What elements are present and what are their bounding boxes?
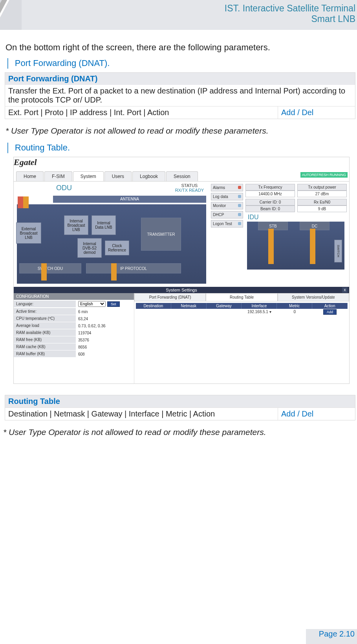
subtab-routing-table[interactable]: Routing Table	[206, 293, 277, 301]
chip-transmitter[interactable]: TRANSMITTER	[141, 218, 181, 251]
chip-clock-ref[interactable]: Clock Reference	[105, 240, 129, 255]
rt-interface-select[interactable]: 192.168.5.1 ▾	[242, 309, 277, 315]
tx-freq-label: Tx Frequency	[245, 184, 295, 191]
rt-action: Add / Del	[278, 408, 355, 420]
conf-value: 0.73, 0.62, 0.36	[76, 323, 134, 329]
section-port-forwarding: │Port Forwarding (DNAT).	[5, 58, 355, 68]
system-settings-bar: System Settings x	[14, 287, 349, 293]
conf-label: RAM cache (KB)	[14, 343, 76, 350]
rt-col-netmask: Netmask	[171, 303, 207, 309]
conf-value: 63,24	[76, 316, 134, 322]
conf-value: 608	[76, 351, 134, 358]
chip-ip-protocol[interactable]: IP PROTOCOL	[86, 263, 181, 273]
pf-action: Add / Del	[278, 106, 355, 119]
rx-esn0-value: 9 dB	[297, 205, 347, 212]
tab-system[interactable]: System	[73, 171, 104, 181]
connector-icon	[41, 263, 47, 281]
carrier-id: Carrier ID: 0	[245, 199, 295, 205]
pf-box-title: Port Forwarding (DNAT)	[5, 73, 355, 85]
language-select[interactable]: English	[78, 301, 106, 307]
operator-note-1: * User Type Operator is not allowed to r…	[5, 126, 355, 136]
side-button-alarms[interactable]: Alarms	[211, 184, 243, 191]
pf-box-desc: Transfer the Ext. Port of a packet to a …	[5, 85, 355, 106]
intro-paragraph: On the bottom right of the screen, there…	[5, 42, 352, 53]
rt-col-gateway: Gateway	[207, 303, 242, 309]
conf-label: Languaje:	[14, 301, 76, 308]
tx-freq-value: 14400.0 MHz	[245, 191, 295, 197]
chip-switch-odu[interactable]: SWITCH ODU	[19, 263, 81, 273]
conf-value: 8656	[76, 344, 134, 350]
subtab-system-versions-update[interactable]: System Versions/Update	[278, 293, 349, 301]
tab-home[interactable]: Home	[16, 171, 44, 181]
conf-row: RAM available (KB)119704	[14, 329, 134, 336]
link-dot-icon	[238, 213, 241, 216]
chip-internal-data-lnb[interactable]: Internal Data LNB	[92, 215, 116, 235]
set-button[interactable]: Set	[107, 301, 120, 307]
idu-connector-icon	[268, 229, 274, 264]
chip-internal-broadcast-lnb[interactable]: Internal Broadcast LNB	[64, 215, 88, 235]
alarm-dot-icon	[238, 186, 241, 189]
port-forwarding-box: Port Forwarding (DNAT) Transfer the Ext.…	[5, 72, 355, 119]
configuration-column: CONFIGURATION Languaje:EnglishSetActive …	[14, 293, 134, 383]
rx-rf-bar-icon	[18, 196, 23, 208]
rf-bar-icon	[23, 196, 29, 208]
conf-label: RAM available (KB)	[14, 329, 76, 336]
conf-value: 6 min	[76, 308, 134, 315]
side-button-dhcp[interactable]: DHCP	[211, 211, 243, 218]
subtab-port-forwarding-dnat-[interactable]: Port Forwarding (DNAT)	[134, 293, 206, 301]
conf-row: Languaje:EnglishSet	[14, 300, 134, 308]
status-block: STATUS RX/TX READY	[175, 183, 204, 193]
configuration-header: CONFIGURATION	[14, 293, 134, 300]
side-button-log-data[interactable]: Log data	[211, 193, 243, 200]
logo-fragment	[0, 0, 16, 16]
conf-label: RAM free (KB)	[14, 336, 76, 343]
side-buttons-column: AlarmsLog dataMonitorDHCPLogon Test	[209, 182, 245, 228]
tx-power-label: Tx output power	[297, 184, 347, 191]
rt-box-title: Routing Table	[5, 395, 355, 407]
close-icon[interactable]: x	[342, 287, 348, 293]
idu-switch[interactable]: SWITCH	[334, 240, 342, 262]
conf-row: RAM cache (KB)8656	[14, 343, 134, 350]
connector-icon	[111, 263, 117, 281]
section-routing-table: │Routing Table.	[5, 143, 355, 153]
rt-col-interface: Interface	[242, 303, 277, 309]
link-dot-icon	[238, 195, 241, 198]
odu-title: ODU	[56, 184, 72, 192]
conf-row: RAM free (KB)35376	[14, 336, 134, 343]
side-button-monitor[interactable]: Monitor	[211, 202, 243, 209]
conf-label: Active time:	[14, 308, 76, 315]
pf-columns: Ext. Port | Proto | IP address | Int. Po…	[5, 106, 278, 119]
rt-col-metric: Metric	[277, 303, 312, 309]
header-band: IST. Interactive Satellite Terminal Smar…	[0, 0, 357, 30]
conf-row: Active time:6 min	[14, 308, 134, 315]
conf-value: 35376	[76, 337, 134, 343]
conf-label: Average load	[14, 322, 76, 329]
add-button[interactable]: Add	[323, 309, 337, 315]
chip-dvbs2-demod[interactable]: Internal DVB-S2 demod	[77, 238, 102, 258]
idu-board: STB DC SWITCH	[247, 222, 344, 270]
autorefresh-badge: AUTOREFRESH RUNNING	[300, 172, 348, 178]
tx-power-value: 27 dBm	[297, 191, 347, 197]
tab-users[interactable]: Users	[104, 171, 132, 181]
conf-row: RAM buffer (KB)608	[14, 350, 134, 358]
tab-logbook[interactable]: Logbook	[132, 171, 165, 181]
chip-external-lnb[interactable]: External Broadcast LNB	[16, 222, 41, 244]
idu-connector-icon	[310, 229, 315, 264]
operator-note-2: * User Type Operator is not allowed to r…	[3, 427, 357, 437]
screenshot-panel: Egatel smart LNB | REMOTE CONTROL INTERF…	[13, 157, 350, 384]
conf-value: EnglishSet	[76, 300, 134, 308]
rt-columns: Destination | Netmask | Gateway | Interf…	[5, 408, 278, 420]
brand-logo: Egatel	[14, 157, 349, 167]
idu-title: IDU	[248, 214, 347, 221]
tab-f-sim[interactable]: F-SIM	[44, 171, 72, 181]
header-title-line2: Smart LNB	[225, 14, 355, 24]
beam-id: Beam ID: 0	[245, 205, 295, 212]
odu-pane: ODU STATUS RX/TX READY ANTENNA External …	[14, 182, 209, 287]
page-number: Page 2.10	[319, 629, 355, 638]
conf-label: RAM buffer (KB)	[14, 350, 76, 358]
conf-label: CPU temperature (ºC)	[14, 315, 76, 322]
tab-session[interactable]: Session	[166, 171, 198, 181]
rx-esn0-label: Rx Es/N0	[297, 199, 347, 205]
side-button-logon-test[interactable]: Logon Test	[211, 220, 243, 228]
rt-metric-value[interactable]: 0	[277, 309, 312, 315]
